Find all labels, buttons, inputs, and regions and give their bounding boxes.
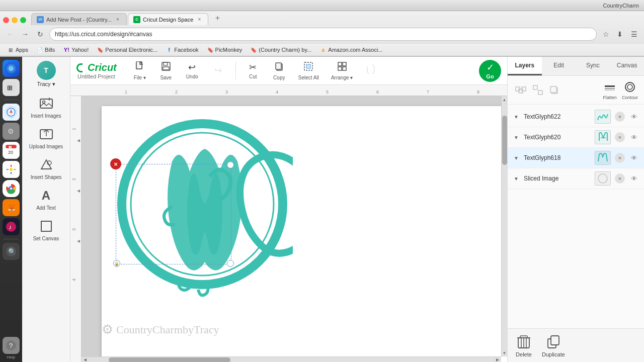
dock-photos[interactable] (3, 161, 20, 178)
scroll-down-arrow[interactable]: ▼ (502, 349, 507, 356)
watermark: ⚙ CountryCharmbyTracy (102, 322, 219, 337)
tab-close-post[interactable]: × (114, 16, 121, 23)
layer-thumb-sliced (595, 171, 611, 186)
canvas-h-scrollbar[interactable]: ◀ ▶ (82, 356, 501, 362)
scroll-up-arrow[interactable]: ▲ (502, 96, 507, 103)
download-button[interactable]: ⬇ (614, 28, 626, 40)
dock-system-prefs[interactable]: ⚙ (3, 123, 20, 140)
new-tab-button[interactable]: + (211, 13, 223, 25)
canvas-drawing-area[interactable]: × 🔒 ⚙ CountryCh (82, 96, 507, 362)
toolbar-attach-button[interactable] (361, 62, 383, 79)
bookmark-apps[interactable]: ⊞ Apps (4, 45, 31, 54)
project-name[interactable]: Untitled Project (77, 73, 115, 79)
delete-button[interactable]: Delete (516, 334, 532, 357)
bookmark-facebook[interactable]: f Facebook (163, 45, 201, 54)
go-button[interactable]: ✓ Go (479, 60, 501, 82)
tab-sync[interactable]: Sync (576, 57, 610, 75)
bookmark-picmonkey[interactable]: 🔖 PicMonkey (204, 45, 246, 54)
tab-close-cricut[interactable]: × (196, 16, 203, 23)
tab-add-post[interactable]: W Add New Post - {Country... × (31, 13, 127, 25)
layer-sliced-image[interactable]: ▼ Sliced Image × 👁 (508, 168, 644, 189)
toolbar-file-button[interactable]: File ▾ (129, 59, 151, 82)
svg-text:▮▮: ▮▮ (9, 145, 12, 148)
minimize-window-button[interactable] (12, 17, 18, 23)
dock-safari[interactable] (3, 104, 20, 121)
layer-eye-620[interactable]: 👁 (629, 132, 639, 142)
layer-x-618[interactable]: × (615, 153, 625, 163)
refresh-button[interactable]: ↻ (34, 28, 46, 40)
layer-name-sliced: Sliced Image (524, 175, 591, 182)
save-icon (161, 61, 171, 74)
insert-images-label: Insert Images (31, 113, 61, 119)
panel-actions: Flatten Contour (508, 76, 644, 105)
bookmark-personal-electronics[interactable]: 🔖 Personal Electronic... (94, 45, 160, 54)
dock-launchpad[interactable]: ⊞ (3, 79, 20, 96)
ruler-num-2: 2 (175, 89, 178, 95)
layer-x-sliced[interactable]: × (615, 173, 625, 184)
scroll-right-arrow[interactable]: ▶ (494, 357, 501, 362)
layer-expand-618[interactable]: ▼ (513, 154, 520, 161)
yahoo-icon: Y! (63, 46, 70, 53)
contour-button[interactable]: Contour (622, 80, 638, 100)
layer-x-620[interactable]: × (615, 132, 625, 142)
dock-calendar[interactable]: ▮▮20 (3, 142, 20, 159)
back-button[interactable]: ← (4, 28, 16, 40)
scroll-thumb-h[interactable] (109, 357, 230, 362)
sidebar-tool-set-canvas[interactable]: Set Canvas (26, 215, 66, 245)
layer-textglyph622[interactable]: ▼ TextGlyph622 × 👁 (508, 107, 644, 127)
sidebar-tool-upload-images[interactable]: Upload Images (26, 123, 66, 153)
scroll-left-arrow[interactable]: ◀ (82, 357, 89, 362)
address-bar[interactable]: https://us.cricut.com/design/#canvas (49, 28, 597, 41)
dock-chrome[interactable] (3, 180, 20, 197)
tab-cricut[interactable]: C Cricut Design Space × (128, 13, 208, 25)
toolbar-cut-button[interactable]: ✂ Cut (242, 60, 264, 81)
tab-canvas[interactable]: Canvas (610, 57, 644, 75)
bookmark-amazon[interactable]: a Amazon.com Associ... (316, 45, 385, 54)
layer-thumb-618 (595, 151, 611, 165)
toolbar-redo-button[interactable]: ↪ (207, 63, 229, 79)
bookmark-bills[interactable]: 📄 Bills (33, 45, 58, 54)
scroll-thumb-v[interactable] (502, 116, 507, 165)
sidebar-tool-add-text[interactable]: A Add Text (26, 185, 66, 214)
copy-icon (274, 61, 284, 74)
layer-x-622[interactable]: × (615, 112, 625, 122)
bookmark-button[interactable]: ☆ (600, 28, 612, 40)
layer-expand-622[interactable]: ▼ (513, 113, 520, 120)
svg-rect-44 (164, 62, 168, 65)
canvas-v-scrollbar[interactable]: ▲ ▼ (501, 96, 507, 356)
flatten-button[interactable]: Flatten (603, 80, 617, 100)
duplicate-button[interactable]: Duplicate (542, 334, 565, 357)
forward-button[interactable]: → (19, 28, 31, 40)
maximize-window-button[interactable] (20, 17, 26, 23)
bookmark-yahoo[interactable]: Y! Yahoo! (60, 45, 92, 54)
tab-edit[interactable]: Edit (542, 57, 576, 75)
tab-layers[interactable]: Layers (508, 57, 542, 75)
layer-expand-sliced[interactable]: ▼ (513, 175, 520, 182)
layer-eye-sliced[interactable]: 👁 (629, 173, 639, 184)
close-window-button[interactable] (3, 17, 9, 23)
layer-textglyph620[interactable]: ▼ TextGlyph620 × 👁 (508, 127, 644, 148)
ruler-num-8: 8 (477, 89, 479, 95)
toolbar-save-button[interactable]: Save (155, 59, 177, 82)
svg-point-16 (10, 168, 13, 171)
toolbar-undo-button[interactable]: ↩ Undo (181, 60, 203, 81)
layer-textglyph618[interactable]: ▼ TextGlyph618 × 👁 (508, 148, 644, 168)
tabs-row: W Add New Post - {Country... × C Cricut … (0, 11, 644, 25)
toolbar-arrange-button[interactable]: Arrange ▾ (327, 59, 357, 82)
layer-eye-618[interactable]: 👁 (629, 153, 639, 163)
layer-expand-620[interactable]: ▼ (513, 134, 520, 141)
svg-point-67 (627, 84, 632, 89)
bookmark-country-charm[interactable]: 🔖 (Country Charm) by... (247, 45, 314, 54)
dock-firefox[interactable]: 🦊 (3, 199, 20, 216)
sidebar-user[interactable]: T Tracy ▾ (37, 61, 56, 87)
toolbar-select-all-button[interactable]: Select All (294, 59, 323, 82)
dock-finder[interactable]: ☺ (3, 60, 20, 77)
toolbar-copy-button[interactable]: Copy (268, 59, 290, 82)
dock-itunes[interactable]: ♪ (3, 218, 20, 235)
layer-eye-622[interactable]: 👁 (629, 112, 639, 122)
dock-spotlight[interactable]: 🔍 (3, 243, 20, 260)
sidebar-tool-insert-images[interactable]: Insert Images (26, 93, 66, 122)
sidebar-tool-insert-shapes[interactable]: Insert Shapes (26, 154, 66, 184)
settings-button[interactable]: ☰ (628, 28, 640, 40)
dock-help[interactable]: ? (3, 337, 20, 354)
